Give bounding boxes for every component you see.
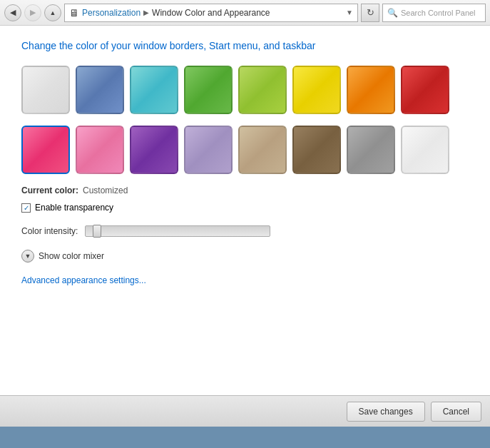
breadcrumb-current: Window Color and Appearance [152,8,270,18]
swatch-tan[interactable] [238,126,287,174]
bottom-bar: Save changes Cancel [0,395,490,427]
transparency-row: ✓ Enable transparency [21,203,469,213]
refresh-button[interactable]: ↻ [361,4,379,22]
page-title: Change the color of your window borders,… [21,40,469,51]
show-mixer-label[interactable]: Show color mixer [39,251,104,261]
current-color-row: Current color: Customized [21,185,469,195]
swatch-yellow[interactable] [292,66,341,114]
swatch-red[interactable] [401,66,449,114]
intensity-label: Color intensity: [21,226,78,236]
intensity-slider[interactable] [85,225,270,237]
transparency-label: Enable transparency [35,203,113,213]
current-color-label: Current color: [21,185,78,195]
breadcrumb-personalization[interactable]: Personalization [82,8,141,18]
swatch-pink-hot[interactable] [21,126,70,174]
address-icon: 🖥 [69,7,79,19]
swatch-white[interactable] [401,126,449,174]
color-swatches-row2 [21,126,469,174]
forward-button[interactable]: ▶ [24,4,41,21]
save-changes-button[interactable]: Save changes [347,402,425,422]
search-icon: 🔍 [387,8,398,18]
address-bar: ◀ ▶ ▲ 🖥 Personalization ▶ Window Color a… [0,0,490,26]
intensity-row: Color intensity: [21,225,469,237]
swatch-default[interactable] [21,66,70,114]
color-swatches-row1 [21,66,469,114]
swatch-lime[interactable] [238,66,287,114]
swatch-blue[interactable] [76,66,124,114]
swatch-green[interactable] [184,66,233,114]
swatch-pink-light[interactable] [76,126,124,174]
address-path[interactable]: 🖥 Personalization ▶ Window Color and App… [64,4,358,22]
show-mixer-row: ▼ Show color mixer [21,250,469,263]
swatch-teal[interactable] [130,66,178,114]
swatch-lavender[interactable] [184,126,233,174]
swatch-purple[interactable] [130,126,178,174]
cancel-button[interactable]: Cancel [431,402,481,422]
expand-mixer-icon[interactable]: ▼ [21,250,34,263]
swatch-brown[interactable] [292,126,341,174]
search-box[interactable]: 🔍 Search Control Panel [382,4,486,22]
search-placeholder: Search Control Panel [401,9,476,17]
slider-thumb[interactable] [93,225,101,238]
breadcrumb-arrow: ▶ [143,9,149,16]
advanced-settings-link[interactable]: Advanced appearance settings... [21,275,146,285]
back-button[interactable]: ◀ [4,4,21,21]
main-content: Change the color of your window borders,… [0,26,490,395]
transparency-checkbox[interactable]: ✓ [21,203,31,213]
up-button[interactable]: ▲ [44,4,61,21]
swatch-orange[interactable] [347,66,395,114]
swatch-gray[interactable] [347,126,395,174]
current-color-value: Customized [83,185,128,195]
dropdown-arrow[interactable]: ▼ [346,9,353,16]
